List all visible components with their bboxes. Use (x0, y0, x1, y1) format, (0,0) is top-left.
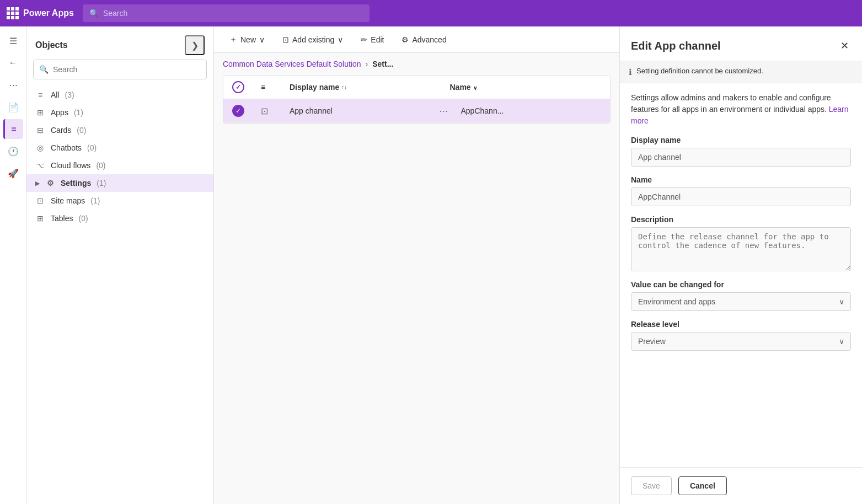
advanced-label: Advanced (412, 35, 446, 44)
advanced-icon: ⚙ (401, 35, 409, 44)
plus-icon: ＋ (229, 35, 237, 45)
new-button-label: New (240, 35, 256, 44)
search-icon: 🔍 (89, 9, 99, 18)
header-check-col[interactable]: ✓ (232, 81, 252, 93)
advanced-button[interactable]: ⚙ Advanced (395, 32, 453, 47)
row-more-icon[interactable]: ⋯ (439, 106, 452, 116)
rail-history[interactable]: 🕐 (3, 141, 23, 161)
icon-rail: ☰ ← ⋯ 📄 ≡ 🕐 🚀 (0, 26, 26, 504)
description-textarea[interactable] (631, 227, 851, 271)
sidebar-item-apps[interactable]: ⊞ Apps (1) (26, 104, 213, 121)
global-search-input[interactable] (103, 9, 363, 18)
header-icon-col: ≡ (261, 83, 281, 92)
objects-search-input[interactable] (53, 65, 201, 74)
value-changed-field-group: Value can be changed for Environment and… (631, 280, 851, 311)
header-name[interactable]: Name ∨ (450, 83, 602, 92)
rail-menu[interactable]: ☰ (3, 31, 23, 51)
cancel-button[interactable]: Cancel (678, 476, 727, 495)
right-panel-title: Edit App channel (631, 40, 721, 52)
sidebar-item-settings[interactable]: ▶ ⚙ Settings (1) (26, 174, 213, 192)
save-button[interactable]: Save (631, 476, 672, 495)
add-existing-button[interactable]: ⊡ Add existing ∨ (276, 32, 350, 47)
sidebar-item-cloud-flows-label: Cloud flows (51, 161, 90, 170)
top-bar: Power Apps 🔍 (0, 0, 862, 26)
release-level-select[interactable]: Preview Current Stable (631, 332, 851, 351)
sidebar-item-all[interactable]: ≡ All (3) (26, 86, 213, 104)
row-name: AppChann... (461, 106, 602, 115)
sidebar-item-tables[interactable]: ⊞ Tables (0) (26, 210, 213, 227)
cards-icon: ⊟ (35, 126, 45, 135)
release-level-label: Release level (631, 320, 851, 329)
panel-description: Settings allow admins and makers to enab… (631, 92, 851, 127)
chatbots-count: (0) (87, 143, 97, 152)
header-display-name[interactable]: Display name ↑↓ (290, 83, 441, 92)
row-display-name: App channel (290, 106, 430, 115)
toolbar: ＋ New ∨ ⊡ Add existing ∨ ✏ Edit ⚙ Advanc… (214, 26, 619, 53)
release-level-field-group: Release level Preview Current Stable ∨ (631, 320, 851, 351)
cloud-flows-count: (0) (96, 161, 105, 170)
settings-count: (1) (97, 179, 106, 187)
rail-back[interactable]: ← (3, 53, 23, 73)
new-button[interactable]: ＋ New ∨ (223, 31, 271, 48)
sidebar-item-all-label: All (51, 90, 60, 99)
name-label: Name (631, 175, 851, 184)
add-existing-chevron-icon: ∨ (338, 35, 343, 44)
display-name-input[interactable] (631, 148, 851, 167)
rail-rocket[interactable]: 🚀 (3, 163, 23, 183)
objects-title: Objects (35, 40, 68, 50)
sort-icon: ↑↓ (341, 84, 347, 90)
row-icon: ⊡ (261, 106, 281, 116)
apps-icon: ⊞ (35, 108, 45, 117)
sidebar-item-tables-label: Tables (51, 214, 73, 223)
sidebar-item-site-maps-label: Site maps (51, 196, 85, 205)
global-search-bar[interactable]: 🔍 (83, 4, 370, 22)
value-changed-select[interactable]: Environment and apps Environment only Ap… (631, 292, 851, 311)
site-maps-icon: ⊡ (35, 196, 45, 205)
row-check[interactable]: ✓ (232, 105, 252, 117)
add-existing-icon: ⊡ (282, 35, 289, 44)
apps-count: (1) (74, 108, 83, 117)
info-banner-text: Setting definition cannot be customized. (636, 67, 763, 75)
table-container: ✓ ≡ Display name ↑↓ Name ∨ ✓ ⊡ App chann… (223, 75, 611, 124)
objects-search-container[interactable]: 🔍 (33, 60, 207, 79)
tables-count: (0) (78, 214, 88, 223)
nav-list: ≡ All (3) ⊞ Apps (1) ⊟ Cards (0) ◎ Chatb… (26, 86, 213, 227)
description-text: Settings allow admins and makers to enab… (631, 93, 831, 114)
sidebar-item-chatbots-label: Chatbots (51, 143, 82, 152)
breadcrumb-part1[interactable]: Common Data Services Default Solution (223, 60, 361, 68)
value-changed-label: Value can be changed for (631, 280, 851, 289)
check-circle-icon: ✓ (232, 105, 244, 117)
app-logo[interactable]: Power Apps (7, 7, 74, 19)
sidebar-item-cloud-flows[interactable]: ⌥ Cloud flows (0) (26, 157, 213, 174)
display-name-field-group: Display name (631, 136, 851, 167)
rail-list[interactable]: ≡ (3, 119, 23, 139)
table-row[interactable]: ✓ ⊡ App channel ⋯ AppChann... (223, 99, 610, 123)
breadcrumb-separator: › (366, 60, 368, 68)
add-existing-label: Add existing (292, 35, 334, 44)
name-input[interactable] (631, 187, 851, 206)
rail-more[interactable]: ⋯ (3, 75, 23, 95)
sidebar-item-cards[interactable]: ⊟ Cards (0) (26, 121, 213, 139)
tables-icon: ⊞ (35, 214, 45, 223)
new-chevron-icon: ∨ (259, 35, 265, 44)
name-field-group: Name (631, 175, 851, 206)
cards-count: (0) (77, 126, 86, 135)
content-area: ＋ New ∨ ⊡ Add existing ∨ ✏ Edit ⚙ Advanc… (214, 26, 619, 504)
objects-panel: Objects ❯ 🔍 ≡ All (3) ⊞ Apps (1) ⊟ Cards… (26, 26, 214, 504)
sidebar-item-site-maps[interactable]: ⊡ Site maps (1) (26, 192, 213, 210)
all-icon: ≡ (35, 90, 45, 99)
panel-footer: Save Cancel (620, 467, 862, 504)
site-maps-count: (1) (90, 196, 100, 205)
search-icon: 🔍 (39, 65, 49, 74)
value-changed-select-wrapper: Environment and apps Environment only Ap… (631, 292, 851, 311)
right-panel: Edit App channel ✕ ℹ Setting definition … (619, 26, 862, 504)
panel-body: Settings allow admins and makers to enab… (620, 83, 862, 467)
sidebar-item-chatbots[interactable]: ◎ Chatbots (0) (26, 139, 213, 157)
sidebar-item-settings-label: Settings (61, 179, 91, 187)
expand-arrow-icon: ▶ (35, 180, 40, 186)
collapse-panel-button[interactable]: ❯ (185, 35, 205, 55)
rail-pages[interactable]: 📄 (3, 97, 23, 117)
all-count: (3) (65, 90, 74, 99)
edit-button[interactable]: ✏ Edit (354, 32, 390, 47)
close-panel-button[interactable]: ✕ (838, 37, 851, 54)
